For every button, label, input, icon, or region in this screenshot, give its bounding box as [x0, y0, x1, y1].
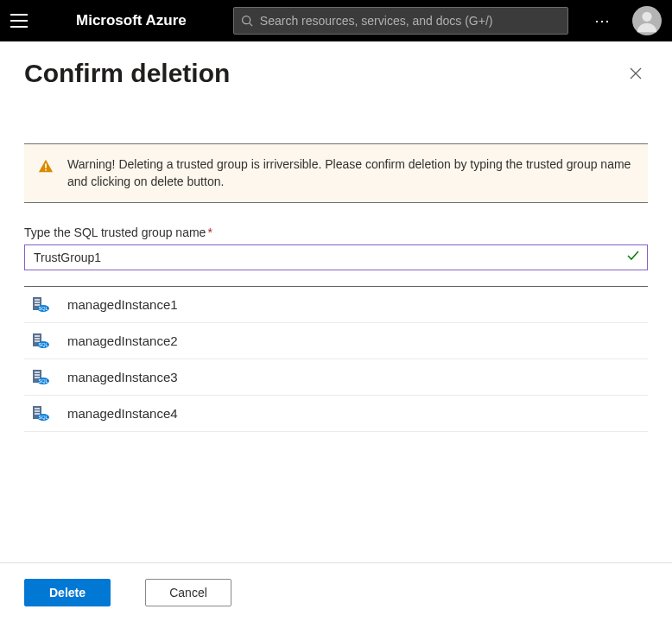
- svg-rect-8: [35, 299, 40, 301]
- search-icon: [241, 15, 253, 27]
- checkmark-icon: [626, 249, 640, 266]
- svg-rect-20: [35, 371, 40, 373]
- svg-rect-26: [35, 408, 40, 409]
- svg-line-1: [249, 23, 252, 27]
- panel-content: Warning! Deleting a trusted group is irr…: [0, 143, 672, 432]
- cancel-button[interactable]: Cancel: [145, 579, 231, 606]
- footer: Delete Cancel: [0, 562, 672, 622]
- svg-rect-14: [35, 335, 40, 337]
- sql-instance-icon: SQL: [31, 403, 52, 424]
- warning-text: Warning! Deleting a trusted group is irr…: [67, 156, 634, 190]
- warning-banner: Warning! Deleting a trusted group is irr…: [24, 143, 648, 203]
- svg-text:SQL: SQL: [38, 415, 48, 420]
- more-icon[interactable]: ⋯: [589, 11, 617, 30]
- instance-name: managedInstance4: [67, 406, 178, 421]
- warning-icon: [38, 158, 54, 190]
- input-label: Type the SQL trusted group name*: [24, 225, 648, 239]
- input-label-text: Type the SQL trusted group name: [24, 225, 206, 239]
- svg-point-2: [642, 12, 651, 22]
- delete-button[interactable]: Delete: [24, 579, 111, 606]
- page-title: Confirm deletion: [24, 59, 230, 88]
- topbar: Microsoft Azure ⋯: [0, 0, 672, 41]
- svg-text:SQL: SQL: [38, 306, 48, 311]
- svg-rect-5: [45, 163, 47, 168]
- avatar[interactable]: [632, 6, 662, 35]
- brand-label: Microsoft Azure: [76, 12, 187, 29]
- instances-list: SQL managedInstance1 SQL managedInstance…: [24, 286, 648, 432]
- list-item: SQL managedInstance2: [24, 323, 648, 359]
- svg-rect-15: [35, 338, 40, 340]
- instance-name: managedInstance2: [67, 333, 178, 348]
- svg-point-0: [242, 16, 250, 24]
- hamburger-icon[interactable]: [10, 10, 31, 31]
- instance-name: managedInstance1: [67, 297, 178, 312]
- svg-rect-6: [45, 169, 47, 171]
- search-input[interactable]: [260, 14, 561, 28]
- list-item: SQL managedInstance1: [24, 287, 648, 323]
- svg-rect-9: [35, 301, 40, 303]
- user-icon: [634, 8, 660, 34]
- close-icon[interactable]: [624, 61, 648, 86]
- trust-group-input[interactable]: [34, 251, 618, 264]
- list-item: SQL managedInstance3: [24, 359, 648, 396]
- svg-rect-21: [35, 374, 40, 376]
- panel-header: Confirm deletion: [0, 41, 672, 95]
- sql-instance-icon: SQL: [31, 331, 52, 352]
- svg-rect-27: [35, 410, 40, 412]
- svg-text:SQL: SQL: [38, 378, 48, 384]
- trust-group-input-wrap: [24, 244, 648, 270]
- sql-instance-icon: SQL: [31, 367, 52, 388]
- sql-instance-icon: SQL: [31, 295, 52, 315]
- search-box[interactable]: [233, 7, 568, 35]
- instance-name: managedInstance3: [67, 370, 178, 384]
- required-asterisk: *: [207, 225, 212, 239]
- list-item: SQL managedInstance4: [24, 396, 648, 432]
- svg-text:SQL: SQL: [38, 342, 48, 347]
